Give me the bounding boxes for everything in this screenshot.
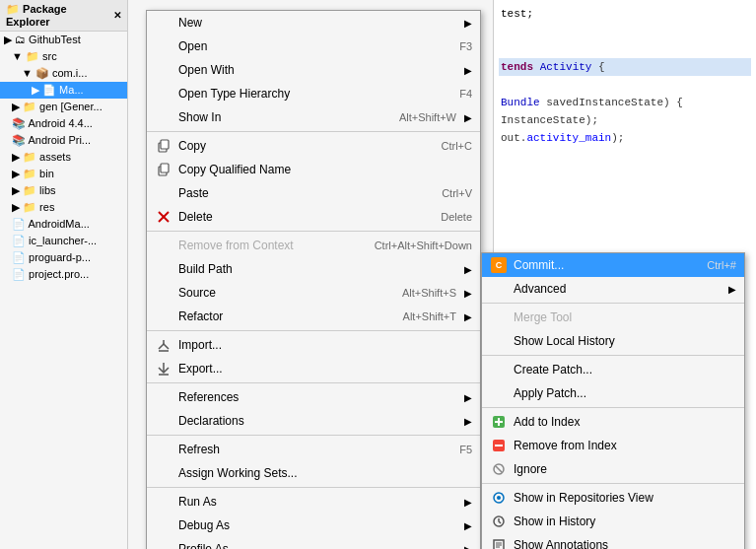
source-icon xyxy=(155,284,172,302)
tree-item-android44[interactable]: 📚 Android 4.4... xyxy=(0,115,127,132)
code-line-3 xyxy=(499,40,751,58)
run-as-icon xyxy=(155,493,172,511)
show-local-history-icon xyxy=(490,332,508,350)
tree-item-bin[interactable]: ▶ 📁 bin xyxy=(0,166,127,182)
open-with-icon xyxy=(155,61,172,79)
code-line-7: InstanceState); xyxy=(499,111,751,129)
tree-item-mainactivity[interactable]: ▶ 📄 Ma... xyxy=(0,82,127,99)
open-hierarchy-icon xyxy=(155,85,172,103)
context-menu: New ▶ Open F3 Open With ▶ Open Type Hier… xyxy=(146,10,481,549)
new-icon xyxy=(155,14,172,32)
menu-item-remove-context: Remove from Context Ctrl+Alt+Shift+Down xyxy=(147,234,480,257)
refresh-icon xyxy=(155,441,172,458)
code-line-8: out.activity_main); xyxy=(499,129,751,147)
tree-item-androidmanifest[interactable]: 📄 AndroidMa... xyxy=(0,216,127,233)
tree-item-androidpri[interactable]: 📚 Android Pri... xyxy=(0,132,127,149)
export-icon xyxy=(155,360,172,377)
submenu-separator-1 xyxy=(482,303,744,304)
copy-qualified-icon xyxy=(155,161,172,178)
create-patch-icon xyxy=(490,361,508,378)
show-repositories-icon xyxy=(490,489,508,507)
team-submenu: C Commit... Ctrl+# Advanced ▶ Merge Tool… xyxy=(481,252,745,549)
submenu-item-commit[interactable]: C Commit... Ctrl+# xyxy=(482,253,744,277)
svg-line-16 xyxy=(496,466,502,472)
tree-item-libs[interactable]: ▶ 📁 libs xyxy=(0,182,127,199)
tree-item-iclauncher[interactable]: 📄 ic_launcher-... xyxy=(0,233,127,249)
menu-item-profile-as[interactable]: Profile As ▶ xyxy=(147,537,480,549)
submenu-item-show-annotations[interactable]: Show Annotations xyxy=(482,533,744,549)
source-arrow: ▶ xyxy=(464,288,472,299)
build-path-arrow: ▶ xyxy=(464,264,472,275)
menu-item-run-as[interactable]: Run As ▶ xyxy=(147,490,480,514)
submenu-item-show-local-history[interactable]: Show Local History xyxy=(482,329,744,353)
tree-item-package[interactable]: ▼ 📦 com.i... xyxy=(0,65,127,82)
remove-from-index-icon xyxy=(490,437,508,454)
tree-item-assets[interactable]: ▶ 📁 assets xyxy=(0,149,127,166)
references-icon xyxy=(155,388,172,406)
submenu-item-ignore[interactable]: Ignore xyxy=(482,457,744,481)
tree-item-gen[interactable]: ▶ 📁 gen [Gener... xyxy=(0,99,127,115)
package-explorer-title: 📁 Package Explorer ✕ xyxy=(0,0,127,32)
menu-item-delete[interactable]: Delete Delete xyxy=(147,205,480,229)
import-icon xyxy=(155,336,172,354)
menu-item-open-with[interactable]: Open With ▶ xyxy=(147,58,480,82)
menu-item-debug-as[interactable]: Debug As ▶ xyxy=(147,514,480,537)
separator-4 xyxy=(147,382,480,383)
remove-context-icon xyxy=(155,237,172,254)
tree-item-projectprop[interactable]: 📄 project.pro... xyxy=(0,266,127,283)
menu-item-show-in[interactable]: Show In Alt+Shift+W ▶ xyxy=(147,105,480,129)
show-in-icon xyxy=(155,108,172,126)
declarations-icon xyxy=(155,412,172,430)
paste-icon xyxy=(155,184,172,202)
merge-tool-icon xyxy=(490,309,508,326)
svg-rect-3 xyxy=(161,164,169,172)
menu-item-refresh[interactable]: Refresh F5 xyxy=(147,438,480,461)
submenu-item-show-in-history[interactable]: Show in History xyxy=(482,510,744,533)
menu-item-refactor[interactable]: Refactor Alt+Shift+T ▶ xyxy=(147,305,480,328)
menu-item-copy[interactable]: Copy Ctrl+C xyxy=(147,134,480,158)
commit-icon-box: C xyxy=(491,257,507,273)
submenu-item-remove-from-index[interactable]: Remove from Index xyxy=(482,434,744,457)
profile-as-icon xyxy=(155,540,172,549)
submenu-item-show-in-repositories[interactable]: Show in Repositories View xyxy=(482,486,744,510)
menu-item-references[interactable]: References ▶ xyxy=(147,385,480,409)
profile-as-arrow: ▶ xyxy=(464,544,472,550)
open-with-arrow: ▶ xyxy=(464,65,472,76)
submenu-item-add-to-index[interactable]: Add to Index xyxy=(482,410,744,434)
submenu-item-apply-patch[interactable]: Apply Patch... xyxy=(482,381,744,405)
code-line-2 xyxy=(499,23,751,40)
tree-item-res[interactable]: ▶ 📁 res xyxy=(0,199,127,216)
submenu-item-create-patch[interactable]: Create Patch... xyxy=(482,358,744,381)
menu-item-assign-working-sets[interactable]: Assign Working Sets... xyxy=(147,461,480,485)
submenu-item-advanced[interactable]: Advanced ▶ xyxy=(482,277,744,301)
separator-3 xyxy=(147,330,480,331)
menu-item-build-path[interactable]: Build Path ▶ xyxy=(147,257,480,281)
package-explorer-panel: 📁 Package Explorer ✕ ▶ 🗂 GithubTest ▼ 📁 … xyxy=(0,0,128,549)
ignore-icon xyxy=(490,460,508,478)
show-annotations-icon xyxy=(490,536,508,549)
menu-item-import[interactable]: Import... xyxy=(147,333,480,357)
menu-item-open[interactable]: Open F3 xyxy=(147,34,480,58)
tree-item-proguard[interactable]: 📄 proguard-p... xyxy=(0,249,127,266)
tree-item-src[interactable]: ▼ 📁 src xyxy=(0,48,127,65)
assign-working-sets-icon xyxy=(155,464,172,482)
code-line-1: test; xyxy=(499,5,751,23)
show-history-icon xyxy=(490,513,508,530)
menu-item-source[interactable]: Source Alt+Shift+S ▶ xyxy=(147,281,480,305)
menu-item-declarations[interactable]: Declarations ▶ xyxy=(147,409,480,433)
references-arrow: ▶ xyxy=(464,392,472,403)
menu-item-open-type-hierarchy[interactable]: Open Type Hierarchy F4 xyxy=(147,82,480,105)
copy-icon xyxy=(155,137,172,155)
separator-1 xyxy=(147,131,480,132)
tree-item-githubtest[interactable]: ▶ 🗂 GithubTest xyxy=(0,32,127,48)
panel-close-icon[interactable]: ✕ xyxy=(113,10,121,21)
refactor-icon xyxy=(155,308,172,325)
menu-item-paste[interactable]: Paste Ctrl+V xyxy=(147,181,480,205)
menu-item-copy-qualified[interactable]: Copy Qualified Name xyxy=(147,158,480,181)
run-as-arrow: ▶ xyxy=(464,497,472,508)
menu-item-new[interactable]: New ▶ xyxy=(147,11,480,34)
debug-as-icon xyxy=(155,516,172,534)
code-line-6: Bundle savedInstanceState) { xyxy=(499,94,751,111)
menu-item-export[interactable]: Export... xyxy=(147,357,480,380)
submenu-item-merge-tool: Merge Tool xyxy=(482,306,744,329)
